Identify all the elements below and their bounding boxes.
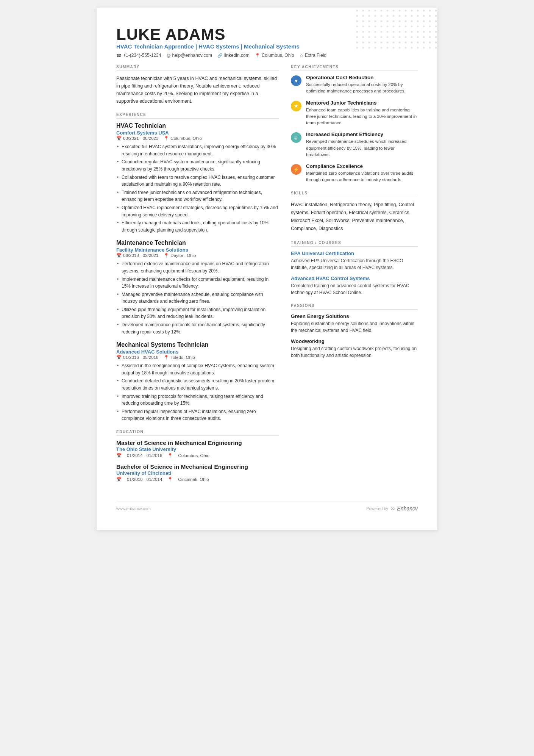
svg-point-97 <box>435 42 437 44</box>
enhancv-logo-icon: ∞ <box>390 505 395 512</box>
bullet-item: Implemented maintenance checks for comme… <box>116 276 279 290</box>
passions-section: PASSIONS Green Energy Solutions Explorin… <box>291 304 418 359</box>
page-footer: www.enhancv.com Powered by ∞ Enhancv <box>116 501 418 512</box>
skills-section: SKILLS HVAC installation, Refrigeration … <box>291 191 418 233</box>
job-1-meta: 📅 03/2021 - 08/2023 📍 Columbus, Ohio <box>116 136 279 141</box>
calendar-icon: 📅 <box>116 453 122 458</box>
achievement-3-content: Increased Equipment Efficiency Revamped … <box>306 131 418 158</box>
svg-point-14 <box>356 15 358 17</box>
svg-point-41 <box>435 20 437 22</box>
summary-text: Passionate technician with 5 years in HV… <box>116 75 279 105</box>
achievement-4: ⚡ Compliance Excellence Maintained zero … <box>291 163 418 183</box>
achievement-1: ♥ Operational Cost Reduction Successfull… <box>291 75 418 95</box>
svg-point-18 <box>381 15 383 17</box>
job-3: Mechanical Systems Technician Advanced H… <box>116 341 279 422</box>
job-1-title: HVAC Technician <box>116 122 279 129</box>
svg-point-83 <box>435 36 437 38</box>
bullet-item: Optimized HVAC replacement strategies, d… <box>116 204 279 218</box>
svg-point-55 <box>435 26 437 28</box>
svg-point-16 <box>368 15 370 17</box>
training-section: TRAINING / COURSES EPA Universal Certifi… <box>291 241 418 296</box>
svg-point-110 <box>429 47 431 49</box>
edu-2: Bachelor of Science in Mechanical Engine… <box>116 463 279 482</box>
svg-point-12 <box>429 10 431 12</box>
job-2: Maintenance Technician Facility Maintena… <box>116 239 279 335</box>
contact-location: 📍 Columbus, Ohio <box>255 53 294 58</box>
svg-point-4 <box>381 10 383 12</box>
training-1-title: EPA Universal Certification <box>291 250 418 256</box>
phone-icon: ☎ <box>116 53 122 58</box>
location-icon: 📍 <box>164 355 169 360</box>
svg-point-8 <box>405 10 407 12</box>
achievement-4-desc: Maintained zero compliance violations ov… <box>306 170 418 183</box>
job-3-bullets: Assisted in the reengineering of complex… <box>116 362 279 422</box>
resume-header: LUKE ADAMS HVAC Technician Apprentice | … <box>116 26 418 58</box>
edu-1-degree: Master of Science in Mechanical Engineer… <box>116 440 279 446</box>
bullet-item: Efficiently managed materials and tools,… <box>116 219 279 233</box>
contact-row: ☎ +1-(234)-555-1234 @ help@enhancv.com 🔗… <box>116 53 418 58</box>
svg-point-35 <box>399 20 401 22</box>
edu-1-meta: 📅 01/2014 - 01/2016 📍 Columbus, Ohio <box>116 453 279 458</box>
edu-2-school: University of Cincinnati <box>116 470 279 476</box>
calendar-icon: 📅 <box>116 136 122 141</box>
contact-email: @ help@enhancv.com <box>166 53 212 58</box>
job-3-title: Mechanical Systems Technician <box>116 341 279 348</box>
svg-point-96 <box>429 42 431 44</box>
passion-1-title: Green Energy Solutions <box>291 313 418 319</box>
achievement-3-desc: Revamped maintenance schedules which inc… <box>306 138 418 158</box>
training-2-title: Advanced HVAC Control Systems <box>291 275 418 281</box>
job-3-company: Advanced HVAC Solutions <box>116 349 279 355</box>
achievement-4-title: Compliance Excellence <box>306 163 418 169</box>
location-icon: 📍 <box>167 477 173 482</box>
svg-point-53 <box>423 26 425 28</box>
job-2-company: Facility Maintenance Solutions <box>116 247 279 253</box>
location-icon: 📍 <box>255 53 260 58</box>
contact-linkedin: 🔗 linkedin.com <box>217 53 250 58</box>
achievements-title: KEY ACHIEVEMENTS <box>291 65 418 71</box>
training-1-desc: Achieved EPA Universal Certification thr… <box>291 257 418 271</box>
candidate-name: LUKE ADAMS <box>116 26 418 43</box>
bullet-item: Utilized pipe threading equipment for in… <box>116 306 279 320</box>
email-icon: @ <box>166 53 170 58</box>
bullet-item: Developed maintenance protocols for mech… <box>116 321 279 335</box>
svg-point-82 <box>429 36 431 38</box>
two-column-layout: SUMMARY Passionate technician with 5 yea… <box>116 65 418 490</box>
achievement-1-desc: Successfully reduced operational costs b… <box>306 81 418 95</box>
location-icon: 📍 <box>164 253 169 258</box>
passion-1-desc: Exploring sustainable energy solutions a… <box>291 320 418 334</box>
edu-1-school: The Ohio State University <box>116 446 279 452</box>
svg-point-5 <box>387 10 389 12</box>
training-title: TRAINING / COURSES <box>291 241 418 247</box>
passion-2-desc: Designing and crafting custom woodwork p… <box>291 345 418 359</box>
svg-point-3 <box>375 10 376 12</box>
svg-point-37 <box>411 20 413 22</box>
training-1: EPA Universal Certification Achieved EPA… <box>291 250 418 271</box>
job-2-title: Maintenance Technician <box>116 239 279 246</box>
bullet-item: Executed full HVAC system installations,… <box>116 143 279 157</box>
svg-point-111 <box>435 47 437 49</box>
right-column: KEY ACHIEVEMENTS ♥ Operational Cost Redu… <box>291 65 418 490</box>
job-1: HVAC Technician Comfort Systems USA 📅 03… <box>116 122 279 233</box>
bullet-item: Collaborated with team to resolve comple… <box>116 174 279 188</box>
skills-text: HVAC installation, Refrigeration theory,… <box>291 201 418 233</box>
contact-phone: ☎ +1-(234)-555-1234 <box>116 53 161 58</box>
svg-point-69 <box>435 31 437 33</box>
job-2-meta: 📅 06/2018 - 02/2021 📍 Dayton, Ohio <box>116 253 279 258</box>
job-1-bullets: Executed full HVAC system installations,… <box>116 143 279 233</box>
location-icon: 📍 <box>167 453 173 458</box>
achievement-1-title: Operational Cost Reduction <box>306 75 418 80</box>
svg-point-17 <box>375 15 376 17</box>
achievement-2-icon: ★ <box>291 101 301 111</box>
calendar-icon: 📅 <box>116 477 122 482</box>
training-2-desc: Completed training on advanced control s… <box>291 282 418 296</box>
training-2: Advanced HVAC Control Systems Completed … <box>291 275 418 296</box>
location-icon: 📍 <box>164 136 169 141</box>
job-3-date: 📅 01/2016 - 05/2018 <box>116 355 158 360</box>
svg-point-25 <box>423 15 425 17</box>
svg-point-39 <box>423 20 425 22</box>
bullet-item: Trained three junior technicians on adva… <box>116 189 279 203</box>
footer-brand: Powered by ∞ Enhancv <box>366 505 418 512</box>
powered-by-text: Powered by <box>366 506 388 511</box>
job-3-location: 📍 Toledo, Ohio <box>164 355 195 360</box>
svg-point-9 <box>411 10 413 12</box>
